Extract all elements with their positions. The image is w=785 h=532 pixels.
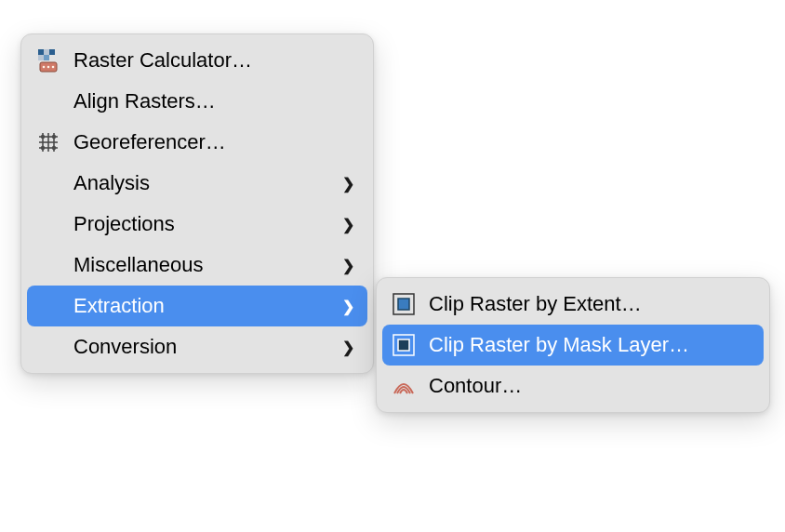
menu-item-label: Miscellaneous: [73, 253, 331, 277]
svg-rect-2: [49, 49, 55, 55]
menu-item-align-rasters[interactable]: Align Rasters…: [21, 81, 373, 122]
blank-icon: [34, 210, 62, 238]
clip-mask-icon: [390, 331, 418, 359]
blank-icon: [34, 251, 62, 279]
chevron-right-icon: ❯: [342, 216, 354, 233]
submenu-item-label: Clip Raster by Extent…: [429, 292, 751, 316]
menu-item-label: Conversion: [73, 335, 331, 359]
menu-item-raster-calculator[interactable]: Raster Calculator…: [21, 40, 373, 81]
menu-item-label: Extraction: [73, 294, 331, 318]
menu-item-miscellaneous[interactable]: Miscellaneous ❯: [21, 245, 373, 286]
blank-icon: [34, 292, 62, 320]
blank-icon: [34, 333, 62, 361]
menu-item-extraction[interactable]: Extraction ❯: [27, 286, 367, 326]
blank-icon: [34, 87, 62, 115]
menu-item-label: Align Rasters…: [73, 89, 354, 113]
svg-point-16: [52, 135, 56, 139]
raster-calc-icon: [34, 47, 62, 74]
menu-item-conversion[interactable]: Conversion ❯: [21, 326, 373, 367]
svg-rect-4: [44, 55, 49, 60]
menu-item-label: Analysis: [73, 171, 331, 195]
blank-icon: [34, 169, 62, 197]
menu-item-label: Projections: [73, 212, 331, 236]
menu-item-georeferencer[interactable]: Georeferencer…: [21, 122, 373, 163]
chevron-right-icon: ❯: [342, 175, 354, 193]
georef-icon: [34, 128, 62, 156]
submenu-item-label: Clip Raster by Mask Layer…: [429, 333, 751, 357]
menu-item-label: Georeferencer…: [73, 130, 354, 154]
chevron-right-icon: ❯: [342, 257, 354, 274]
extraction-submenu: Clip Raster by Extent… Clip Raster by Ma…: [376, 277, 770, 413]
svg-rect-3: [38, 55, 44, 60]
chevron-right-icon: ❯: [342, 298, 354, 315]
svg-point-17: [41, 146, 45, 150]
menu-item-label: Raster Calculator…: [73, 48, 354, 73]
submenu-item-label: Contour…: [429, 374, 751, 398]
svg-point-6: [43, 66, 46, 69]
chevron-right-icon: ❯: [342, 339, 354, 356]
submenu-item-clip-by-mask-layer[interactable]: Clip Raster by Mask Layer…: [382, 325, 764, 366]
svg-rect-20: [398, 299, 409, 310]
menu-item-projections[interactable]: Projections ❯: [21, 204, 373, 245]
svg-point-15: [41, 135, 45, 139]
svg-rect-22: [398, 339, 409, 351]
clip-extent-icon: [390, 290, 418, 318]
svg-point-18: [52, 146, 56, 150]
submenu-item-clip-by-extent[interactable]: Clip Raster by Extent…: [377, 284, 769, 325]
svg-rect-0: [38, 49, 44, 55]
raster-menu: Raster Calculator… Align Rasters… Georef…: [20, 33, 374, 374]
svg-rect-1: [44, 49, 49, 55]
menu-item-analysis[interactable]: Analysis ❯: [21, 163, 373, 204]
contour-icon: [390, 372, 418, 400]
svg-point-8: [52, 66, 55, 69]
svg-point-7: [47, 66, 50, 69]
submenu-item-contour[interactable]: Contour…: [377, 366, 769, 406]
